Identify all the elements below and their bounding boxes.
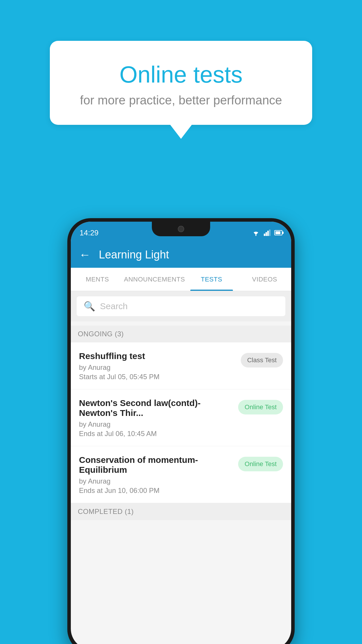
svg-rect-1 (264, 234, 265, 236)
ongoing-section-header: ONGOING (3) (71, 326, 291, 342)
completed-label: COMPLETED (1) (78, 508, 134, 516)
svg-rect-4 (269, 230, 270, 236)
test-by-2: by Anurag (79, 420, 233, 428)
test-by-1: by Anurag (79, 363, 236, 372)
test-info-3: Conservation of momentum-Equilibrium by … (79, 455, 233, 495)
tests-list: Reshuffling test by Anurag Starts at Jul… (71, 342, 291, 503)
search-icon: 🔍 (84, 301, 95, 312)
app-header: ← Learning Light (71, 242, 291, 268)
phone-mockup: 14:29 (67, 218, 295, 644)
phone-outer: 14:29 (67, 218, 295, 644)
tabs-container: MENTS ANNOUNCEMENTS TESTS VIDEOS (71, 268, 291, 291)
test-by-3: by Anurag (79, 477, 233, 485)
test-item-2[interactable]: Newton's Second law(contd)-Newton's Thir… (71, 389, 291, 446)
test-badge-1: Class Test (241, 353, 283, 368)
tab-announcements[interactable]: ANNOUNCEMENTS (124, 268, 185, 291)
tab-videos[interactable]: VIDEOS (238, 268, 291, 291)
ongoing-label: ONGOING (3) (78, 330, 124, 338)
svg-rect-3 (267, 231, 269, 236)
tab-ments[interactable]: MENTS (71, 268, 124, 291)
back-button[interactable]: ← (79, 249, 91, 260)
tab-tests[interactable]: TESTS (185, 268, 238, 291)
test-date-1: Starts at Jul 05, 05:45 PM (79, 373, 236, 381)
phone-screen: 14:29 (71, 222, 291, 644)
app-title: Learning Light (99, 249, 169, 261)
camera (178, 226, 184, 232)
speech-bubble: Online tests for more practice, better p… (50, 41, 312, 125)
test-info-2: Newton's Second law(contd)-Newton's Thir… (79, 398, 233, 438)
promo-section: Online tests for more practice, better p… (50, 41, 312, 125)
test-name-2: Newton's Second law(contd)-Newton's Thir… (79, 398, 233, 418)
wifi-icon (252, 230, 260, 236)
notch (152, 222, 210, 236)
status-icons (252, 227, 282, 236)
svg-point-0 (255, 235, 256, 236)
test-date-2: Ends at Jul 06, 10:45 AM (79, 430, 233, 438)
battery-icon (274, 230, 282, 235)
test-item-1[interactable]: Reshuffling test by Anurag Starts at Jul… (71, 342, 291, 389)
test-item-3[interactable]: Conservation of momentum-Equilibrium by … (71, 446, 291, 503)
search-bar[interactable]: 🔍 Search (77, 296, 285, 316)
svg-rect-2 (266, 232, 267, 236)
bubble-subtitle: for more practice, better performance (73, 93, 289, 107)
bubble-title: Online tests (73, 61, 289, 88)
search-container: 🔍 Search (71, 291, 291, 321)
status-time: 14:29 (80, 226, 99, 237)
test-info-1: Reshuffling test by Anurag Starts at Jul… (79, 351, 236, 381)
test-name-1: Reshuffling test (79, 351, 236, 361)
completed-section-header: COMPLETED (1) (71, 503, 291, 520)
test-date-3: Ends at Jun 10, 06:00 PM (79, 487, 233, 495)
test-badge-2: Online Test (238, 400, 283, 414)
test-name-3: Conservation of momentum-Equilibrium (79, 455, 233, 475)
signal-icon (264, 230, 271, 236)
test-badge-3: Online Test (238, 457, 283, 471)
search-placeholder: Search (100, 301, 128, 311)
